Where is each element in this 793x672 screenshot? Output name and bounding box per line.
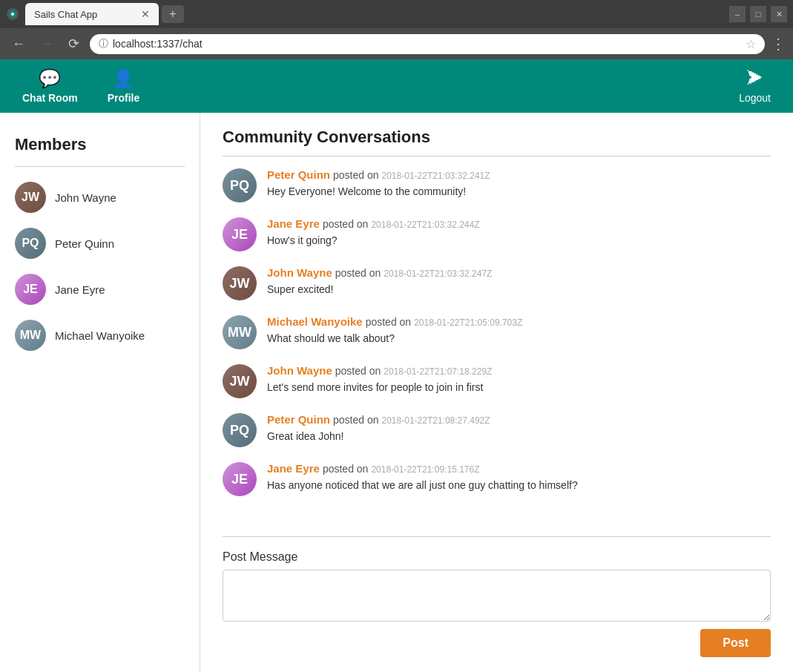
address-secure-icon: ⓘ (99, 37, 108, 50)
message-text: Great idea John! (267, 429, 766, 444)
message-timestamp: 2018-01-22T21:09:15.176Z (371, 464, 479, 475)
message-item: JW John Wayne posted on 2018-01-22T21:07… (223, 364, 766, 398)
post-message-input[interactable] (223, 570, 771, 622)
minimize-button[interactable]: – (729, 6, 746, 22)
message-avatar: JE (223, 462, 257, 496)
messages-list: PQ Peter Quinn posted on 2018-01-22T21:0… (223, 168, 771, 524)
address-bar-wrap: ⓘ ☆ (90, 34, 765, 54)
member-name: Jane Eyre (55, 283, 105, 296)
member-avatar: MW (15, 320, 46, 351)
chat-title: Community Conversations (223, 128, 771, 147)
browser-tab-close-icon[interactable]: ✕ (141, 8, 150, 20)
logout-button[interactable]: ⮞ Logout (724, 61, 786, 111)
member-name: Michael Wanyoike (55, 329, 145, 342)
message-item: PQ Peter Quinn posted on 2018-01-22T21:0… (223, 168, 766, 202)
message-posted-label: posted on (366, 316, 412, 328)
message-posted-label: posted on (323, 218, 369, 230)
member-avatar: JW (15, 182, 46, 213)
message-item: JW John Wayne posted on 2018-01-22T21:03… (223, 266, 766, 300)
nav-profile-label: Profile (108, 92, 140, 104)
message-item: MW Michael Wanyoike posted on 2018-01-22… (223, 315, 766, 349)
message-content: John Wayne posted on 2018-01-22T21:07:18… (267, 364, 766, 395)
message-avatar: MW (223, 315, 257, 349)
nav-chatroom[interactable]: 💬 Chat Room (7, 61, 93, 111)
close-button[interactable]: ✕ (771, 6, 787, 22)
post-actions: Post (223, 629, 771, 657)
browser-titlebar: Sails Chat App ✕ + – □ ✕ (0, 0, 793, 28)
post-message-label: Post Message (223, 550, 771, 564)
message-content: Michael Wanyoike posted on 2018-01-22T21… (267, 315, 766, 346)
message-author: Peter Quinn (267, 168, 330, 181)
message-timestamp: 2018-01-22T21:05:09.703Z (414, 317, 522, 328)
browser-toolbar: ← → ⟳ ⓘ ☆ ⋮ (0, 28, 793, 59)
message-posted-label: posted on (333, 414, 379, 426)
message-header: Jane Eyre posted on 2018-01-22T21:03:32.… (267, 217, 766, 230)
message-text: Has anyone noticed that we are all just … (267, 478, 766, 493)
sidebar-title: Members (15, 135, 185, 154)
member-item: JW John Wayne (15, 182, 185, 213)
message-timestamp: 2018-01-22T21:03:32.241Z (382, 171, 490, 181)
sidebar: Members JW John Wayne PQ Peter Quinn JE … (0, 113, 200, 672)
message-author: Jane Eyre (267, 217, 320, 230)
chat-top-divider (223, 156, 771, 157)
bookmark-icon[interactable]: ☆ (746, 37, 756, 51)
message-header: Peter Quinn posted on 2018-01-22T21:08:2… (267, 413, 766, 426)
browser-tabs: Sails Chat App ✕ + (6, 3, 729, 25)
message-content: Peter Quinn posted on 2018-01-22T21:03:3… (267, 168, 766, 200)
member-item: JE Jane Eyre (15, 274, 185, 305)
message-posted-label: posted on (323, 463, 369, 475)
message-avatar: PQ (223, 168, 257, 202)
message-text: How's it going? (267, 233, 766, 248)
maximize-button[interactable]: □ (750, 6, 766, 22)
forward-button[interactable]: → (36, 35, 58, 53)
browser-tab-icon-svg (6, 7, 19, 21)
message-posted-label: posted on (335, 267, 381, 279)
browser-menu-icon[interactable]: ⋮ (771, 35, 786, 53)
address-bar-input[interactable] (113, 38, 741, 50)
app-nav: 💬 Chat Room 👤 Profile ⮞ Logout (0, 59, 793, 113)
browser-chrome: Sails Chat App ✕ + – □ ✕ ← → ⟳ ⓘ ☆ ⋮ (0, 0, 793, 59)
message-item: JE Jane Eyre posted on 2018-01-22T21:09:… (223, 462, 766, 496)
nav-chatroom-label: Chat Room (22, 92, 78, 104)
message-avatar: JE (223, 217, 257, 251)
message-author: John Wayne (267, 266, 332, 279)
message-header: John Wayne posted on 2018-01-22T21:03:32… (267, 266, 766, 279)
message-text: Hey Everyone! Welcome to the community! (267, 184, 766, 200)
message-timestamp: 2018-01-22T21:07:18.229Z (384, 366, 492, 377)
message-avatar: JW (223, 266, 257, 300)
message-timestamp: 2018-01-22T21:03:32.247Z (384, 269, 492, 279)
message-timestamp: 2018-01-22T21:03:32.244Z (371, 220, 479, 230)
message-header: Peter Quinn posted on 2018-01-22T21:03:3… (267, 168, 766, 181)
message-author: Peter Quinn (267, 413, 330, 426)
member-name: Peter Quinn (55, 237, 114, 250)
browser-tab-title: Sails Chat App (34, 9, 135, 20)
chatroom-icon: 💬 (39, 68, 61, 89)
profile-icon: 👤 (112, 68, 134, 89)
sidebar-divider (15, 166, 185, 167)
nav-profile[interactable]: 👤 Profile (93, 61, 155, 111)
app-body: Members JW John Wayne PQ Peter Quinn JE … (0, 113, 793, 672)
reload-button[interactable]: ⟳ (64, 34, 84, 53)
message-header: Jane Eyre posted on 2018-01-22T21:09:15.… (267, 462, 766, 475)
message-content: Jane Eyre posted on 2018-01-22T21:03:32.… (267, 217, 766, 248)
browser-tab-active[interactable]: Sails Chat App ✕ (25, 3, 159, 25)
message-avatar: JW (223, 364, 257, 398)
message-item: JE Jane Eyre posted on 2018-01-22T21:03:… (223, 217, 766, 251)
member-name: John Wayne (55, 191, 116, 204)
members-list: JW John Wayne PQ Peter Quinn JE Jane Eyr… (15, 182, 185, 351)
logout-label: Logout (739, 92, 771, 104)
member-item: MW Michael Wanyoike (15, 320, 185, 351)
member-avatar: PQ (15, 228, 46, 259)
back-button[interactable]: ← (7, 35, 30, 53)
member-avatar: JE (15, 274, 46, 305)
message-avatar: PQ (223, 413, 257, 447)
message-author: John Wayne (267, 364, 332, 377)
member-item: PQ Peter Quinn (15, 228, 185, 259)
new-tab-button[interactable]: + (162, 5, 184, 23)
message-timestamp: 2018-01-22T21:08:27.492Z (382, 415, 490, 426)
message-text: What should we talk about? (267, 331, 766, 346)
message-content: John Wayne posted on 2018-01-22T21:03:32… (267, 266, 766, 297)
post-button[interactable]: Post (700, 629, 771, 657)
window-controls: – □ ✕ (729, 6, 787, 22)
message-author: Michael Wanyoike (267, 315, 363, 328)
